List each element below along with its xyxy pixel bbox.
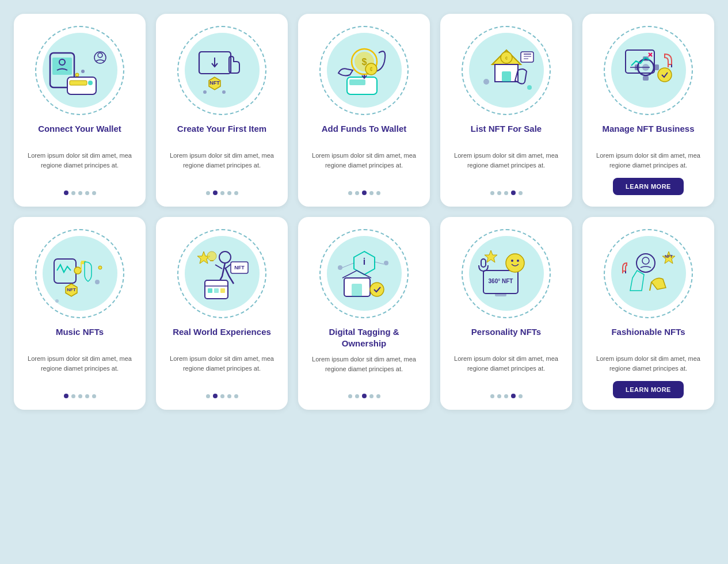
card-title: Real World Experiences	[173, 326, 271, 348]
svg-point-74	[338, 265, 342, 270]
learn-more-button-1[interactable]: LEARN MORE	[613, 178, 684, 195]
dot-5	[234, 191, 238, 195]
dot-1	[348, 191, 352, 195]
svg-text:¢: ¢	[369, 66, 373, 73]
dot-5	[92, 191, 96, 195]
svg-point-82	[506, 254, 524, 272]
svg-text:360° NFT: 360° NFT	[488, 278, 513, 284]
card-create-first-item: NFT Create Your First Item Lorem ipsum d…	[156, 14, 288, 207]
create-first-item-icon: NFT	[188, 36, 257, 105]
dots-indicator	[490, 190, 523, 195]
card-body: Lorem ipsum dolor sit dim amet, mea regi…	[307, 355, 421, 386]
dot-4	[85, 394, 89, 398]
dots-indicator	[348, 394, 380, 398]
svg-rect-4	[70, 81, 87, 85]
music-nfts-icon: NFT	[45, 239, 115, 308]
svg-text:NFT: NFT	[67, 287, 76, 292]
svg-line-77	[375, 262, 384, 264]
dot-3	[362, 394, 367, 398]
icon-area-fashionable-nfts: NFT	[603, 227, 695, 319]
svg-rect-39	[643, 76, 649, 81]
card-title: List NFT For Sale	[471, 123, 542, 145]
dot-2	[355, 394, 359, 398]
dot-3	[362, 190, 367, 195]
dot-1	[206, 394, 210, 398]
card-body: Lorem ipsum dolor sit dim amet, mea regi…	[592, 354, 705, 373]
learn-more-button-2[interactable]: LEARN MORE	[613, 381, 684, 398]
dot-2	[355, 191, 359, 195]
card-connect-wallet: Connect Your Wallet Lorem ipsum dolor si…	[14, 14, 146, 207]
dots-indicator	[64, 190, 96, 195]
svg-point-56	[55, 299, 59, 303]
svg-point-50	[74, 267, 81, 274]
icon-area-list-nft: ¢	[460, 24, 552, 116]
icon-area-music-nfts: NFT	[34, 227, 126, 319]
svg-point-76	[384, 261, 388, 265]
svg-rect-86	[481, 259, 486, 267]
list-nft-icon: ¢	[472, 36, 541, 105]
add-funds-icon: $ ¢	[330, 36, 399, 105]
svg-rect-30	[521, 52, 533, 62]
dot-2	[71, 394, 75, 398]
dot-1	[206, 191, 210, 195]
dot-3	[220, 191, 224, 195]
card-list-nft: ¢ List NFT For Sale Lorem ipsum dolor si…	[440, 14, 572, 207]
dot-1	[490, 191, 494, 195]
icon-area-digital-tagging: i	[318, 227, 410, 319]
dot-5	[234, 394, 238, 398]
digital-tagging-icon: i	[330, 239, 399, 308]
card-title: Create Your First Item	[177, 123, 266, 145]
dot-4	[85, 191, 89, 195]
card-manage-nft: Manage NFT Business Lorem ipsum dolor si…	[582, 14, 714, 207]
card-title: Personality NFTs	[471, 326, 541, 348]
svg-rect-81	[495, 294, 506, 296]
dot-5	[519, 394, 523, 398]
svg-rect-3	[67, 77, 96, 94]
svg-text:NFT: NFT	[209, 80, 220, 86]
dots-indicator	[490, 394, 523, 398]
dot-4	[511, 190, 516, 195]
manage-nft-icon	[614, 36, 683, 105]
card-body: Lorem ipsum dolor sit dim amet, mea regi…	[23, 354, 136, 386]
card-digital-tagging: i Digital Tagging & Ownership Lorem ipsu…	[298, 217, 430, 410]
svg-point-34	[483, 79, 489, 85]
icon-area-personality-nfts: 360° NFT	[460, 227, 552, 319]
svg-point-58	[219, 251, 231, 263]
dot-1	[348, 394, 352, 398]
svg-point-57	[98, 266, 102, 269]
dot-4	[227, 394, 231, 398]
dot-4	[227, 191, 231, 195]
svg-line-75	[342, 263, 354, 268]
dot-1	[64, 394, 68, 398]
card-body: Lorem ipsum dolor sit dim amet, mea regi…	[449, 354, 563, 386]
svg-line-90	[650, 282, 651, 291]
dot-2	[497, 394, 501, 398]
svg-rect-63	[214, 288, 219, 293]
svg-text:NFT: NFT	[665, 254, 673, 258]
dot-4	[369, 191, 373, 195]
svg-rect-64	[220, 288, 225, 293]
dot-3	[504, 394, 508, 398]
card-title: Add Funds To Wallet	[322, 123, 406, 145]
card-grid: Connect Your Wallet Lorem ipsum dolor si…	[14, 14, 714, 410]
dot-5	[519, 191, 523, 195]
icon-area-connect-wallet	[34, 24, 126, 116]
icon-area-real-world: NFT	[176, 227, 268, 319]
svg-point-46	[658, 68, 672, 82]
dot-4	[369, 394, 373, 398]
personality-nfts-icon: 360° NFT	[472, 239, 541, 308]
dots-indicator	[348, 190, 380, 195]
dot-2	[497, 191, 501, 195]
svg-point-73	[370, 283, 384, 296]
svg-point-35	[527, 85, 532, 90]
card-body: Lorem ipsum dolor sit dim amet, mea regi…	[449, 151, 563, 182]
card-personality-nfts: 360° NFT Personality NFTs Lorem ipsum do…	[440, 217, 572, 410]
card-title: Fashionable NFTs	[611, 326, 685, 348]
dot-1	[64, 190, 68, 195]
svg-point-84	[517, 260, 519, 262]
card-body: Lorem ipsum dolor sit dim amet, mea regi…	[307, 151, 421, 182]
dot-2	[71, 191, 75, 195]
dot-3	[504, 191, 508, 195]
dots-indicator	[206, 394, 238, 398]
dot-2	[213, 190, 218, 195]
